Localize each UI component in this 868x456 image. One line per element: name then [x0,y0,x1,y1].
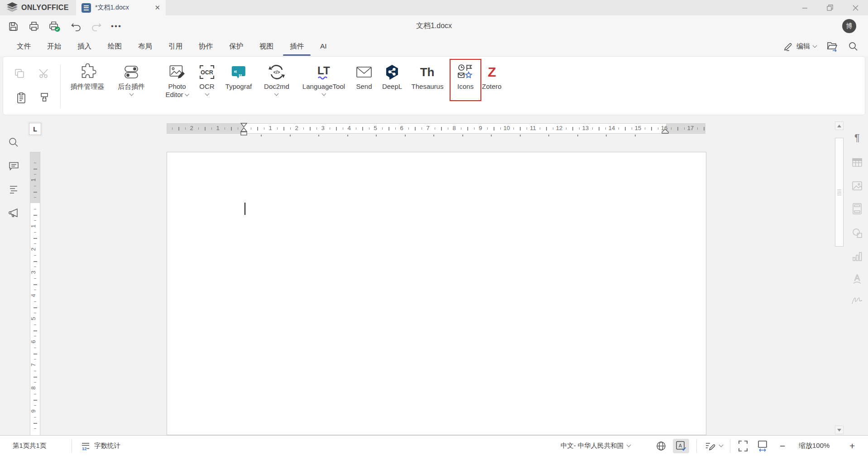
restore-button[interactable] [817,0,843,15]
save-button[interactable] [7,20,19,32]
tab-protection[interactable]: 保护 [228,39,245,54]
plugin-languagetool-button[interactable]: LT LanguageTool [302,62,345,95]
header-footer-settings-button[interactable] [851,202,863,215]
minimize-button[interactable] [792,0,817,15]
paragraph-settings-button[interactable]: ¶ [851,131,863,144]
plugin-doc2md-button[interactable]: </> Doc2md [264,62,289,95]
ruler-tick [34,174,36,175]
track-changes-button[interactable] [705,436,723,456]
search-button[interactable] [848,41,858,51]
tab-view[interactable]: 视图 [258,39,275,54]
ruler-tick [487,127,488,130]
ruler-tick [579,127,580,130]
more-actions-button[interactable]: ••• [110,20,122,32]
tab-collaboration[interactable]: 协作 [197,39,214,54]
ruler-number: 17 [687,125,694,131]
chevron-down-icon [321,92,326,96]
toggles-icon [123,62,139,82]
document-tab[interactable]: *文档1.docx ✕ [76,0,166,15]
undo-button[interactable] [70,20,82,32]
tab-close-icon[interactable]: ✕ [154,4,160,12]
ruler-tick [172,127,173,130]
tab-stop-selector[interactable]: L [29,123,41,135]
shape-settings-button[interactable] [851,227,863,239]
default-tab-stop [261,135,262,136]
plugin-typograf-button[interactable]: « ,, Typograf [225,62,252,91]
tab-insert[interactable]: 插入 [76,39,93,54]
redo-button[interactable] [91,20,102,32]
plugin-thesaurus-button[interactable]: Th Thesaurus [412,62,444,91]
background-plugins-button[interactable]: 后台插件 [118,62,145,95]
ruler-tick [290,127,291,130]
tab-layout[interactable]: 布局 [137,39,153,54]
zoom-out-button[interactable]: − [780,436,785,456]
scroll-up-button[interactable] [835,121,844,130]
table-settings-button[interactable] [851,156,863,169]
plugin-deepl-button[interactable]: DeepL [382,62,402,91]
ruler-tick [257,127,258,131]
ruler-tick [34,220,36,221]
close-button[interactable] [843,0,868,15]
textart-settings-button[interactable]: A [851,273,863,286]
navigation-panel-button[interactable] [7,183,20,196]
tab-plugins[interactable]: 插件 [288,39,305,54]
chevron-down-icon [813,43,817,48]
tab-home[interactable]: 开始 [46,39,62,54]
languagetool-icon: LT [314,62,333,82]
format-painter-button[interactable] [38,92,51,104]
document-page[interactable] [167,152,706,435]
fit-page-button[interactable] [738,436,748,456]
vertical-ruler[interactable]: 1123456789 [30,152,40,435]
quick-print-button[interactable] [49,20,61,32]
ruler-number: 4 [347,125,350,131]
default-tab-stop [577,135,578,136]
plugin-ocr-button[interactable]: OCR OCR [199,62,215,95]
plugin-zotero-button[interactable]: Z Zotero [482,62,501,91]
indent-markers[interactable] [240,123,248,136]
language-button[interactable]: 中文- 中华人民共和国 [561,436,630,456]
svg-text:,,: ,, [239,69,242,77]
word-count-label: 字数统计 [94,441,120,450]
user-avatar[interactable]: 博 [842,19,856,33]
ruler-number: 4 [30,294,37,297]
tab-draw[interactable]: 绘图 [106,39,123,54]
svg-text:A: A [854,273,860,282]
tab-references[interactable]: 引用 [167,39,184,54]
comments-panel-button[interactable] [7,160,20,172]
word-count-button[interactable]: 12 字数统计 [81,436,120,456]
copy-button[interactable] [13,67,26,80]
scrollbar-thumb[interactable] [835,138,844,247]
document-language-button[interactable] [656,436,667,456]
image-settings-button[interactable] [851,179,863,192]
tab-ai[interactable]: AI [319,39,328,53]
ruler-tick [34,232,36,233]
plugin-send-button[interactable]: Send [356,62,372,91]
spellcheck-button[interactable]: A [673,436,689,456]
open-file-location-button[interactable] [826,41,838,52]
search-panel-button[interactable] [7,136,20,149]
right-indent-marker[interactable] [661,129,669,134]
plugin-icons-button[interactable]: Icons [457,62,474,91]
print-button[interactable] [28,20,40,32]
paste-button[interactable] [15,92,28,104]
plugin-label-line2: Editor [165,91,183,99]
page-counter[interactable]: 第1页共1页 [13,436,46,456]
toolbar-divider [60,64,61,108]
plugin-photo-editor-button[interactable]: Photo Editor [165,62,188,99]
scroll-down-button[interactable] [835,426,844,434]
quick-access-bar: ••• 文档1.docx 博 [0,15,868,36]
vertical-scrollbar[interactable] [835,121,844,434]
feedback-panel-button[interactable] [7,207,20,219]
zoom-in-button[interactable]: + [849,436,855,456]
ruler-tick [198,127,199,130]
fit-width-button[interactable] [757,436,768,456]
chart-settings-button[interactable] [851,250,863,263]
ruler-number: 6 [400,125,403,131]
default-tab-stop [548,135,549,136]
tab-file[interactable]: 文件 [15,39,32,54]
edit-mode-button[interactable]: 编辑 [784,42,816,51]
cut-button[interactable] [38,67,50,80]
signature-settings-button[interactable] [851,294,863,306]
plugin-manager-button[interactable]: 插件管理器 [71,62,105,91]
ruler-tick [632,127,632,130]
